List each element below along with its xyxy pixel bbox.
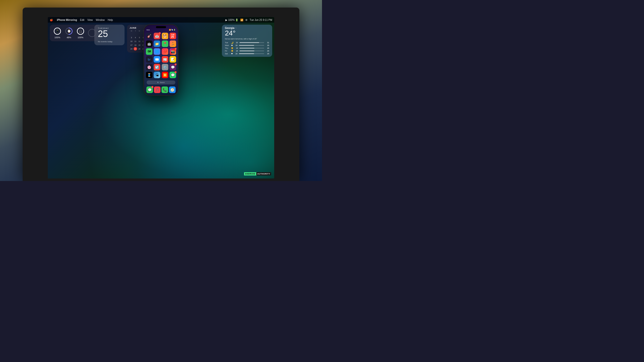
forecast-day-sat: Sat: [225, 53, 230, 55]
forecast-high-wed: 26: [266, 44, 269, 47]
day-header-m: M: [130, 30, 133, 32]
music-icon: 🎵: [155, 88, 159, 92]
airpods-battery-icon: 🎧: [76, 27, 85, 35]
app-weather[interactable]: 🌤: [154, 72, 160, 78]
app-youtube[interactable]: ▶️: [162, 72, 168, 78]
laptop-screen: 🍎 iPhone Mirroring Edit View Window Help…: [48, 17, 274, 178]
menu-bar-right: ▶ 100% 🔋 📶 ⚙ Tue Jun 25 9:11 PM: [225, 19, 272, 21]
cal-day-11[interactable]: 11: [134, 39, 137, 43]
app-maps[interactable]: 🗺: [146, 48, 152, 55]
menu-view[interactable]: View: [87, 19, 93, 21]
watch-battery-icon: ⌚: [65, 27, 73, 35]
forecast-low-sat: 16: [234, 53, 237, 55]
app-health[interactable]: ❤️: [162, 48, 168, 55]
reminders-icon: ☑️: [155, 65, 159, 69]
cal-day-24[interactable]: 24: [130, 47, 133, 51]
app-files[interactable]: 📁: [154, 40, 160, 47]
app-photos[interactable]: 🌸: [146, 64, 152, 70]
app-lightroom[interactable]: Lr: [146, 56, 152, 63]
authority-text: AUTHORITY: [256, 172, 271, 175]
slack-icon: 💬: [171, 65, 175, 69]
fitness-icon: 🏃: [171, 42, 175, 46]
cal-day-empty3: [138, 32, 141, 35]
dock-music[interactable]: 🎵: [154, 86, 160, 93]
app-whatsapp[interactable]: 💬 2: [170, 72, 176, 78]
app-calendar[interactable]: TUE25: [170, 33, 176, 39]
whatsapp-icon: 💬: [171, 73, 175, 77]
menu-window[interactable]: Window: [96, 19, 105, 21]
app-find-my[interactable]: 📍: [162, 40, 168, 47]
app-settings[interactable]: ⚙️: [162, 64, 168, 70]
messages-icon: 💬: [148, 88, 152, 92]
cal-day-19[interactable]: 19: [138, 43, 141, 47]
dock-safari[interactable]: 🧭: [169, 86, 176, 93]
search-icon: 🔍: [157, 82, 159, 83]
app-fitness[interactable]: 🏃: [170, 40, 176, 47]
forecast-day-tue: Tue: [225, 41, 230, 44]
iphone-battery-icon: 🔋: [174, 29, 175, 31]
dynamic-island: [156, 26, 166, 28]
app-slack[interactable]: 💬 1: [170, 64, 176, 70]
android-text: ANDROID: [244, 172, 256, 175]
iphone-search-bar[interactable]: 🔍 Search: [147, 80, 175, 84]
cal-day-17[interactable]: 17: [130, 43, 133, 47]
battery-item-iphone: 📱 100%: [53, 27, 61, 39]
forecast-day-fri: Fri: [225, 50, 230, 52]
forecast-icon-tue: 🌙: [231, 41, 233, 44]
dock-phone[interactable]: 📞: [162, 86, 168, 93]
app-instagram[interactable]: 📸 2: [170, 48, 176, 55]
menu-edit[interactable]: Edit: [80, 19, 84, 21]
cal-day-3[interactable]: 3: [130, 36, 133, 39]
settings-icon: ⚙️: [163, 65, 167, 69]
messages-badge: 4: [151, 86, 153, 88]
app-notes[interactable]: 📝: [170, 56, 176, 63]
app-lasso[interactable]: 🐕: [162, 33, 168, 39]
app-translate[interactable]: 🌐: [154, 48, 160, 55]
weather-widget[interactable]: Georgia ↑ 24° Not as warm tomorrow, with…: [222, 25, 272, 57]
slack-badge: 1: [175, 63, 177, 65]
chatgpt-icon: 🤖: [147, 42, 151, 46]
day-header-w: W: [138, 30, 141, 32]
iphone-status-icons: 📶 📡 🔋: [169, 29, 175, 31]
forecast-high-sat: 26: [266, 53, 269, 55]
cal-day-10[interactable]: 10: [130, 39, 133, 43]
watch-battery-label: 48%: [67, 36, 71, 39]
fantastical-badge: 2: [159, 32, 161, 34]
control-center-icon[interactable]: ⚙: [245, 19, 248, 21]
app-chatgpt[interactable]: 🤖: [146, 40, 152, 47]
forecast-bar-fill-fri: [239, 51, 254, 51]
iphone-dock: 💬 4 🎵 📞 🧭: [146, 86, 176, 93]
forecast-bar-fri: [239, 51, 264, 51]
laptop-bezel: 🍎 iPhone Mirroring Edit View Window Help…: [23, 8, 299, 181]
forecast-row-tue: Tue 🌙 20 31: [225, 41, 269, 44]
battery-status: ▶ 100% 🔋: [225, 19, 238, 21]
app-threads[interactable]: 🧵: [146, 72, 152, 78]
iphone-device[interactable]: 9:11 📶 📡 🔋 🎸 �: [143, 24, 179, 96]
app-reminders[interactable]: ☑️: [154, 64, 160, 70]
datetime-display: Tue Jun 25 9:11 PM: [250, 19, 272, 21]
cal-day-25-today[interactable]: 25: [134, 47, 137, 51]
lightroom-label: Lr: [148, 58, 150, 61]
dock-messages[interactable]: 💬 4: [146, 86, 153, 93]
app-instruments[interactable]: 🎸: [146, 33, 152, 39]
calendar-no-events: No events today: [98, 40, 121, 43]
instagram-badge: 2: [175, 48, 177, 50]
apple-logo-icon[interactable]: 🍎: [50, 19, 53, 21]
app-mail[interactable]: ✉️: [154, 56, 160, 63]
app-fantastical[interactable]: 📅 2: [154, 33, 160, 39]
forecast-low-wed: 18: [234, 44, 237, 47]
menu-help[interactable]: Help: [108, 19, 113, 21]
forecast-low-thu: 16: [234, 47, 238, 49]
maps-icon: 🗺: [148, 50, 151, 54]
cal-day-5[interactable]: 5: [138, 36, 141, 39]
forecast-row-wed: Wed 🌧 18 26: [225, 44, 269, 47]
forecast-day-wed: Wed: [225, 44, 230, 47]
cal-day-4[interactable]: 4: [134, 36, 137, 39]
calendar-date-widget[interactable]: TUESDAY 25 No events today: [94, 25, 125, 45]
cal-day-26[interactable]: 26: [138, 47, 141, 51]
weather-temperature: 24°: [225, 29, 269, 37]
app-news[interactable]: 📰: [162, 56, 168, 63]
forecast-bar-fill-wed: [239, 45, 254, 46]
cal-day-12[interactable]: 12: [138, 39, 141, 43]
cal-day-18[interactable]: 18: [134, 43, 137, 47]
